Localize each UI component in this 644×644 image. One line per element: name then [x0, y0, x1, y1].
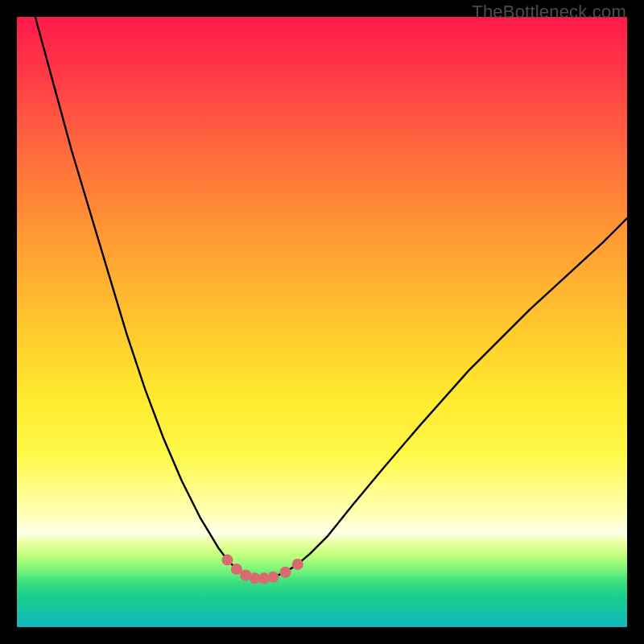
sweet-spot-marker: [292, 559, 303, 570]
bottleneck-curve: [35, 17, 627, 578]
sweet-spot-marker: [280, 567, 291, 578]
outer-frame: TheBottleneck.com: [0, 0, 644, 644]
sweet-spot-marker: [231, 564, 242, 575]
plot-area: [17, 17, 627, 627]
sweet-spot-marker: [222, 555, 233, 566]
sweet-spot-marker: [267, 572, 279, 583]
watermark-text: TheBottleneck.com: [472, 2, 626, 23]
chart-svg: [17, 17, 627, 627]
